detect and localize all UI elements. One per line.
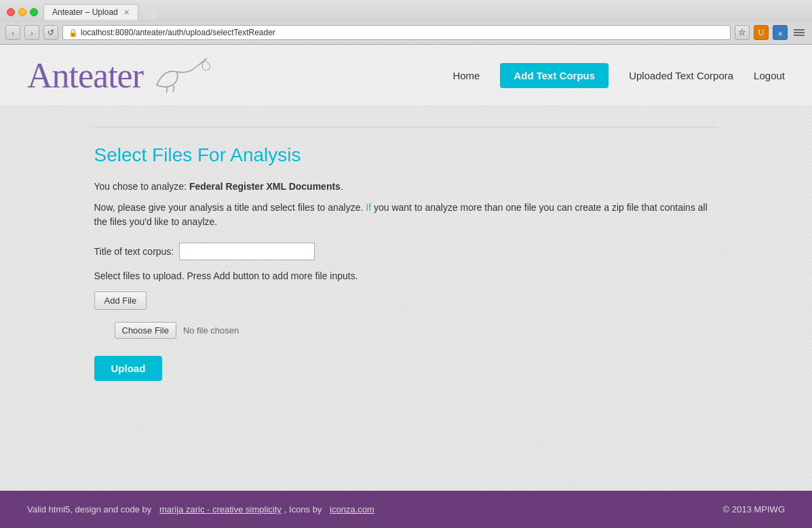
svg-text:a: a (778, 30, 781, 37)
browser-nav-bar: ‹ › ↺ 🔒 localhost:8080/anteater/auth/upl… (0, 22, 812, 44)
file-name-display: No file chosen (183, 325, 239, 336)
title-input[interactable] (179, 243, 315, 260)
form-section: Title of text corpus: Select files to up… (94, 243, 718, 381)
minimize-dot[interactable] (18, 8, 26, 16)
page-content: Anteater Home Add Text Corpus Uploaded T… (0, 45, 812, 528)
back-button[interactable]: ‹ (5, 25, 20, 40)
analysis-description: Now, please give your analysis a title a… (94, 201, 718, 229)
tab-title: Anteater – Upload (52, 7, 118, 17)
forward-button[interactable]: › (24, 25, 39, 40)
footer-copyright: © 2013 MPIWG (723, 504, 785, 514)
logo-icon (150, 55, 211, 96)
browser-tab[interactable]: Anteater – Upload ✕ (43, 4, 138, 20)
site-nav: Home Add Text Corpus Uploaded Text Corpo… (452, 63, 785, 88)
address-bar-lock-icon: 🔒 (69, 28, 78, 37)
nav-uploaded-corpora[interactable]: Uploaded Text Corpora (629, 70, 733, 81)
footer-text-left: Valid html5, design and code by (27, 504, 151, 514)
select-files-info: Select files to upload. Press Add button… (94, 270, 718, 281)
upload-button[interactable]: Upload (94, 356, 163, 381)
bookmark-icon[interactable]: ☆ (735, 25, 750, 40)
chose-label: You chose to analyze: (94, 181, 187, 192)
browser-menu-button[interactable] (792, 25, 807, 40)
maximize-dot[interactable] (30, 8, 38, 16)
title-label: Title of text corpus: (94, 246, 174, 257)
site-footer: Valid html5, design and code by marija z… (0, 491, 812, 528)
footer-link-marija[interactable]: marija zaric - creative simplicity (159, 504, 282, 514)
browser-chrome: Anteater – Upload ✕ ‹ › ↺ 🔒 localhost:80… (0, 0, 812, 45)
title-form-row: Title of text corpus: (94, 243, 718, 260)
description-main: Now, please give your analysis a title a… (94, 202, 364, 213)
site-header: Anteater Home Add Text Corpus Uploaded T… (0, 45, 812, 106)
file-input-row: Choose File No file chosen (115, 322, 718, 339)
nav-logout[interactable]: Logout (754, 70, 785, 81)
user-icon[interactable]: U (754, 25, 769, 40)
footer-text-middle: , Icons by (284, 504, 322, 514)
nav-add-corpus[interactable]: Add Text Corpus (500, 63, 608, 88)
window-control-dots (7, 8, 38, 16)
main-content: Select Files For Analysis You chose to a… (67, 106, 746, 491)
new-tab-placeholder (144, 5, 157, 19)
nav-home[interactable]: Home (452, 70, 480, 81)
tab-close-icon[interactable]: ✕ (123, 8, 130, 17)
site-logo: Anteater (27, 55, 211, 96)
section-divider (94, 127, 718, 127)
chose-description: You chose to analyze: Federal Register X… (94, 180, 718, 194)
chose-value: Federal Register XML Documents (189, 181, 341, 192)
page-title: Select Files For Analysis (94, 144, 718, 166)
description-highlight: If (366, 202, 371, 213)
footer-left: Valid html5, design and code by marija z… (27, 504, 374, 514)
logo-text: Anteater (27, 56, 143, 96)
close-dot[interactable] (7, 8, 15, 16)
browser-title-bar: Anteater – Upload ✕ (0, 0, 812, 22)
refresh-button[interactable]: ↺ (43, 25, 58, 40)
address-bar-url: localhost:8080/anteater/auth/upload/sele… (81, 28, 275, 37)
extension-icon[interactable]: a (773, 25, 788, 40)
footer-link-iconza[interactable]: iconza.com (330, 504, 374, 514)
choose-file-button[interactable]: Choose File (115, 322, 176, 339)
add-file-button[interactable]: Add File (94, 291, 147, 310)
address-bar[interactable]: 🔒 localhost:8080/anteater/auth/upload/se… (62, 25, 731, 40)
